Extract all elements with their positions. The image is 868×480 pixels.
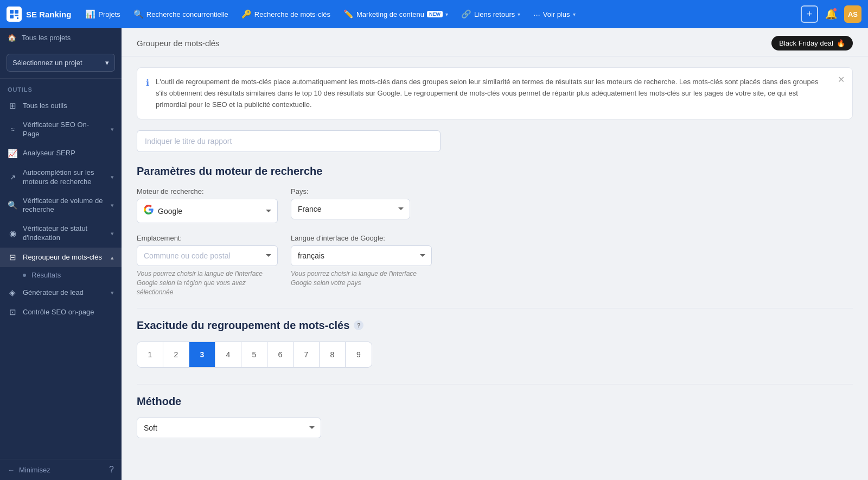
svg-rect-3 <box>15 15 18 16</box>
chevron-down-icon: ▾ <box>111 174 114 181</box>
accuracy-btn-1[interactable]: 1 <box>137 342 163 367</box>
svg-rect-4 <box>17 17 18 19</box>
logo-icon <box>7 7 22 22</box>
accuracy-btn-9[interactable]: 9 <box>346 342 372 367</box>
index-icon: ◉ <box>8 229 17 238</box>
volume-icon: 🔍 <box>8 200 17 210</box>
accuracy-btn-3[interactable]: 3 <box>189 342 215 367</box>
nav-recherche-concurrentielle[interactable]: 🔍 Recherche concurrentielle <box>128 6 234 22</box>
sidebar-item-autocompletion[interactable]: ↗ Autocomplétion sur les moteurs de rech… <box>0 163 122 192</box>
nav-liens-retours[interactable]: 🔗 Liens retours ▾ <box>456 6 526 22</box>
divider <box>137 308 853 308</box>
chevron-down-icon: ▾ <box>573 11 576 17</box>
chevron-down-icon: ▾ <box>111 202 114 209</box>
chevron-up-icon: ▴ <box>111 254 114 261</box>
language-select[interactable]: français <box>291 245 432 266</box>
nav-voir-plus[interactable]: ··· Voir plus ▾ <box>528 7 580 22</box>
accuracy-btn-2[interactable]: 2 <box>163 342 189 367</box>
new-badge: NEW <box>427 11 443 17</box>
liens-retours-icon: 🔗 <box>461 9 471 19</box>
sidebar-item-tous-outils[interactable]: ⊞ Tous les outils <box>0 96 122 116</box>
search-engine-select-container: Google <box>137 199 278 223</box>
sidebar-item-regroupeur[interactable]: ⊟ Regroupeur de mots-clés ▴ <box>0 248 122 267</box>
accuracy-btn-5[interactable]: 5 <box>241 342 267 367</box>
black-friday-badge[interactable]: Black Friday deal 🔥 <box>771 36 853 50</box>
chevron-down-icon: ▾ <box>445 11 448 17</box>
sidebar-item-analyseur-serp[interactable]: 📈 Analyseur SERP <box>0 144 122 163</box>
country-group: Pays: France <box>291 187 410 223</box>
chevron-down-icon: ▾ <box>111 289 114 296</box>
sidebar-item-all-projects[interactable]: 🏠 Tous les projets <box>0 28 122 47</box>
group-icon: ⊟ <box>8 252 17 262</box>
help-button[interactable]: ? <box>109 465 114 475</box>
sidebar-item-controle-seo[interactable]: ⊡ Contrôle SEO on-page <box>0 302 122 322</box>
sidebar-section-title: OUTILS <box>0 79 122 96</box>
nav-marketing-contenu[interactable]: ✏️ Marketing de contenu NEW ▾ <box>338 6 454 22</box>
location-label: Emplacement: <box>137 234 278 242</box>
accuracy-btn-8[interactable]: 8 <box>320 342 346 367</box>
info-banner-text: L'outil de regroupement de mots-clés pla… <box>156 77 831 110</box>
accuracy-grid: 123456789 <box>137 342 372 368</box>
sidebar-item-verificateur-seo[interactable]: ≈ Vérificateur SEO On-Page ▾ <box>0 116 122 144</box>
nav-projets[interactable]: 📊 Projets <box>80 6 125 22</box>
accuracy-btn-6[interactable]: 6 <box>267 342 293 367</box>
accuracy-btn-7[interactable]: 7 <box>293 342 320 367</box>
add-button[interactable]: + <box>801 5 818 23</box>
sidebar-item-resultats[interactable]: Résultats <box>0 267 122 283</box>
marketing-contenu-icon: ✏️ <box>343 9 354 19</box>
accuracy-btn-4[interactable]: 4 <box>215 342 241 367</box>
chevron-down-icon: ▾ <box>518 11 520 17</box>
app-layout: 🏠 Tous les projets Sélectionnez un proje… <box>0 28 868 480</box>
topnav-actions: + 🔔 AS <box>801 5 861 23</box>
method-section-title: Méthode <box>137 395 853 408</box>
project-selector: Sélectionnez un projet ▾ <box>0 47 122 79</box>
svg-rect-2 <box>10 15 14 18</box>
search-engine-select[interactable]: Google <box>158 201 277 221</box>
nav-recherche-mots-cles[interactable]: 🔑 Recherche de mots-clés <box>236 6 336 22</box>
recherche-mots-cles-icon: 🔑 <box>241 9 252 19</box>
svg-rect-0 <box>10 10 14 14</box>
method-select[interactable]: Soft <box>137 418 321 438</box>
seo-control-icon: ⊡ <box>8 307 17 317</box>
search-engine-group: Moteur de recherche: Google <box>137 187 278 223</box>
info-icon: ℹ <box>146 78 149 110</box>
user-avatar[interactable]: AS <box>844 5 861 23</box>
google-icon <box>137 199 158 223</box>
content-body: ℹ L'outil de regroupement de mots-clés p… <box>122 56 868 480</box>
notifications-button[interactable]: 🔔 <box>822 5 840 23</box>
page-title: Groupeur de mots-clés <box>137 39 220 48</box>
method-divider <box>137 384 853 384</box>
sidebar-item-generateur-lead[interactable]: ◈ Générateur de lead ▾ <box>0 283 122 302</box>
chevron-down-icon: ▾ <box>111 230 114 237</box>
help-icon: ? <box>109 465 114 474</box>
chart-icon: 📈 <box>8 149 17 159</box>
grid-icon: ⊞ <box>8 101 17 111</box>
location-select[interactable]: Commune ou code postal <box>137 245 278 266</box>
autocomplete-icon: ↗ <box>8 173 17 181</box>
recherche-concurrentielle-icon: 🔍 <box>133 9 144 19</box>
seo-check-icon: ≈ <box>8 125 17 134</box>
project-select-dropdown[interactable]: Sélectionnez un projet ▾ <box>7 54 115 72</box>
info-banner: ℹ L'outil de regroupement de mots-clés p… <box>137 67 853 119</box>
sidebar-bottom: ← Minimisez ? <box>0 459 122 480</box>
location-hint: Vous pourrez choisir la langue de l'inte… <box>137 269 278 296</box>
location-language-row: Emplacement: Commune ou code postal Vous… <box>137 234 853 296</box>
dot-icon <box>23 274 26 277</box>
accuracy-help-button[interactable]: ? <box>354 320 363 330</box>
search-engine-label: Moteur de recherche: <box>137 187 278 195</box>
minimize-button[interactable]: ← Minimisez <box>8 466 50 474</box>
sidebar-item-verificateur-volume[interactable]: 🔍 Vérificateur de volume de recherche ▾ <box>0 192 122 220</box>
accuracy-section-title: Exacitude du regroupement de mots-clés ? <box>137 319 853 332</box>
lead-icon: ◈ <box>8 288 17 298</box>
country-select[interactable]: France <box>291 199 410 219</box>
chevron-down-icon: ▾ <box>111 126 114 133</box>
language-hint: Vous pourrez choisir la langue de l'inte… <box>291 269 432 288</box>
location-group: Emplacement: Commune ou code postal Vous… <box>137 234 278 296</box>
country-label: Pays: <box>291 187 410 195</box>
more-icon: ··· <box>533 10 540 19</box>
chevron-down-icon: ▾ <box>105 59 109 67</box>
report-title-input[interactable] <box>137 130 441 152</box>
sidebar-item-verificateur-statut[interactable]: ◉ Vérificateur de statut d'indexation ▾ <box>0 219 122 248</box>
app-logo[interactable]: SE Ranking <box>7 7 71 22</box>
close-button[interactable]: ✕ <box>838 74 845 85</box>
